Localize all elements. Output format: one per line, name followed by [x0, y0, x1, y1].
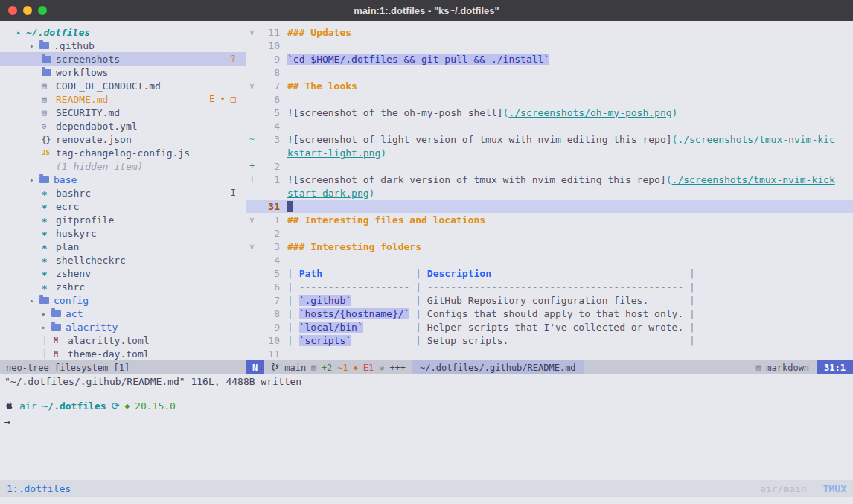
- editor-line[interactable]: ∨11### Updates: [246, 25, 853, 39]
- editor-panel: ∨11### Updates 10 9`cd $HOME/.dotfiles &…: [246, 21, 853, 360]
- line-number: 8: [258, 67, 280, 78]
- tree-item-huskyrc[interactable]: ∗huskyrc: [0, 226, 246, 240]
- line-number: 5: [258, 107, 280, 118]
- tree-item-theme-day-toml[interactable]: │Mtheme-day.toml: [0, 347, 246, 360]
- tree-item-zshenv[interactable]: ∗zshenv: [0, 267, 246, 280]
- code-segment: |: [415, 295, 427, 306]
- tree-item-label: zshenv: [56, 268, 91, 279]
- folder-icon: [39, 42, 49, 49]
- zoom-button[interactable]: [38, 6, 47, 15]
- editor-line[interactable]: 10: [246, 39, 853, 52]
- code-segment: Path: [299, 268, 322, 279]
- editor-line[interactable]: 11: [246, 347, 853, 360]
- gutter-sign: ∨: [246, 28, 258, 37]
- md-icon: ▤: [42, 108, 56, 118]
- git-status-section: main ▤ +2 ~1 ◆ E1 ⊙ +++: [264, 360, 412, 374]
- tree-item-alacritty[interactable]: ▸alacritty: [0, 320, 246, 334]
- gutter-sign-empty: [246, 188, 258, 198]
- tree-item-tag-changelog-config-js[interactable]: JStag-changelog-config.js: [0, 146, 246, 159]
- editor-line[interactable]: 8| `hosts/{hostname}/` | Configs that sh…: [246, 307, 853, 320]
- line-number: 7: [258, 80, 280, 92]
- tree-item-shellcheckrc[interactable]: ∗shellcheckrc: [0, 253, 246, 267]
- expander-icon[interactable]: ▸: [42, 323, 51, 331]
- editor-line[interactable]: ∨1## Interesting files and locations: [246, 213, 853, 226]
- tree-item-renovate-json[interactable]: {}renovate.json: [0, 133, 246, 146]
- diff-added: +2: [322, 363, 332, 373]
- editor-line[interactable]: +1![screenshot of dark version of tmux w…: [246, 173, 853, 186]
- editor-line[interactable]: 4: [246, 253, 853, 267]
- tree-item-dotfiles[interactable]: ▸~/.dotfiles: [0, 25, 246, 39]
- code-segment: start-dark.png: [287, 188, 369, 199]
- expander-icon[interactable]: ▸: [30, 42, 39, 50]
- code-segment: |: [287, 308, 299, 319]
- editor-line[interactable]: 6| ------------------- | ---------------…: [246, 280, 853, 293]
- tree-item-label: gitprofile: [56, 214, 114, 226]
- tmux-window-label[interactable]: 1:.dotfiles: [7, 483, 71, 494]
- tree-item-zshrc[interactable]: ∗zshrc: [0, 280, 246, 293]
- tree-item-label: dependabot.yml: [56, 121, 138, 132]
- tree-item-config[interactable]: ▸config: [0, 293, 246, 307]
- tree-item-gitprofile[interactable]: ∗gitprofile: [0, 213, 246, 226]
- spinner-icon: ⊙: [379, 363, 384, 373]
- editor-line[interactable]: 9`cd $HOME/.dotfiles && git pull && ./in…: [246, 52, 853, 66]
- tree-item-label: screenshots: [56, 54, 120, 65]
- code-segment: |: [287, 322, 299, 333]
- editor-line[interactable]: 31: [246, 200, 853, 213]
- editor-wrap-line[interactable]: start-dark.png): [246, 186, 853, 200]
- editor-line[interactable]: 10| `scripts` | Setup scripts. |: [246, 334, 853, 347]
- indent-guide: │: [42, 336, 54, 345]
- editor-line[interactable]: ∨7## The looks: [246, 79, 853, 92]
- editor-line[interactable]: 5| Path | Description |: [246, 267, 853, 280]
- line-number: 6: [258, 281, 280, 293]
- code-segment: `local/bin`: [299, 322, 363, 333]
- tree-item-dependabot-yml[interactable]: ⊙dependabot.yml: [0, 119, 246, 133]
- editor-line[interactable]: 6: [246, 92, 853, 106]
- line-text: ## Interesting files and locations: [280, 214, 485, 226]
- close-button[interactable]: [8, 6, 17, 15]
- editor-line[interactable]: +2: [246, 159, 853, 173]
- editor-line[interactable]: 2: [246, 226, 853, 240]
- line-text: | Path | Description |: [280, 268, 695, 279]
- line-number: 31: [258, 201, 280, 212]
- editor-line[interactable]: 8: [246, 66, 853, 79]
- expander-icon[interactable]: ▸: [30, 296, 39, 304]
- tree-item-github[interactable]: ▸.github: [0, 39, 246, 52]
- tree-item-code-of-conduct-md[interactable]: ▤CODE_OF_CONDUCT.md: [0, 79, 246, 92]
- tree-item-plan[interactable]: ∗plan: [0, 240, 246, 253]
- tree-item-screenshots[interactable]: screenshots?: [0, 52, 246, 66]
- editor-wrap-line[interactable]: kstart-light.png): [246, 146, 853, 159]
- expander-icon[interactable]: ▸: [30, 176, 39, 184]
- filetype-indicator: ▤ markdown: [749, 360, 817, 374]
- expander-icon[interactable]: ▸: [16, 28, 26, 36]
- code-segment: ): [369, 188, 375, 199]
- editor-line[interactable]: 5![screenshot of the oh-my-posh shell](.…: [246, 106, 853, 119]
- tree-item-bashrc[interactable]: ∗bashrcI: [0, 186, 246, 200]
- expander-icon[interactable]: ▸: [42, 310, 51, 318]
- editor-line[interactable]: 7| `.github` | GitHub Repository configu…: [246, 293, 853, 307]
- editor-line[interactable]: 9| `local/bin` | Helper scripts that I'v…: [246, 320, 853, 334]
- tree-item-base[interactable]: ▸base: [0, 173, 246, 186]
- line-text: start-dark.png): [280, 188, 374, 199]
- tree-item-ecrc[interactable]: ∗ecrc: [0, 200, 246, 213]
- editor-line[interactable]: ~3![screenshot of light version of tmux …: [246, 133, 853, 146]
- code-segment: ./screenshots/tmux-nvim-kic: [677, 134, 834, 145]
- tree-item-workflows[interactable]: workflows: [0, 66, 246, 79]
- code-segment: |: [689, 281, 695, 293]
- minimize-button[interactable]: [23, 6, 32, 15]
- tree-item-act[interactable]: ▸act: [0, 307, 246, 320]
- editor-line[interactable]: ∨3### Interesting folders: [246, 240, 853, 253]
- cursor-position: 31:1: [817, 360, 853, 374]
- git-branch-icon: [271, 363, 279, 372]
- gutter-sign: ~: [246, 135, 258, 144]
- tree-item-readme-md[interactable]: ▤README.mdE•□: [0, 92, 246, 106]
- tree-item-security-md[interactable]: ▤SECURITY.md: [0, 106, 246, 119]
- json-icon: {}: [42, 135, 56, 144]
- prompt-arrow-icon: →: [4, 416, 10, 427]
- editor-line[interactable]: 4: [246, 119, 853, 133]
- gutter-sign-empty: [246, 148, 258, 158]
- tree-item-alacritty-toml[interactable]: │Malacritty.toml: [0, 334, 246, 347]
- tree-item-1-hidden-item[interactable]: (1 hidden item): [0, 159, 246, 173]
- code-segment: ![screenshot of dark version of tmux wit…: [287, 174, 666, 185]
- window-controls: [8, 6, 47, 15]
- line-number: 3: [258, 241, 280, 252]
